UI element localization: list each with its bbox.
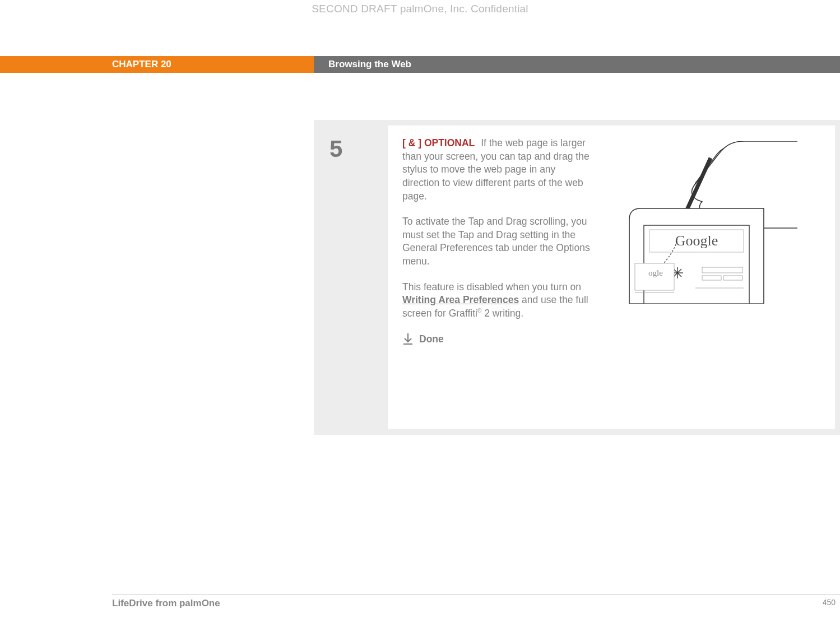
- done-arrow-icon: [402, 333, 414, 345]
- step-container: 5 [ & ] OPTIONAL If the web page is larg…: [314, 120, 840, 435]
- page-footer: LifeDrive from palmOne 450: [112, 594, 840, 609]
- step-paragraph-1: [ & ] OPTIONAL If the web page is larger…: [402, 137, 593, 203]
- optional-tag: [ & ] OPTIONAL: [402, 137, 475, 148]
- chapter-title: Browsing the Web: [314, 56, 840, 73]
- done-row: Done: [402, 333, 593, 346]
- chapter-number: CHAPTER 20: [0, 56, 314, 73]
- illustration-column: Google ogle: [593, 137, 823, 415]
- step-paragraph-2: To activate the Tap and Drag scrolling, …: [402, 215, 593, 268]
- writing-area-preferences-link[interactable]: Writing Area Preferences: [402, 294, 519, 305]
- step-panel: [ & ] OPTIONAL If the web page is larger…: [388, 126, 835, 429]
- step-number-column: 5: [314, 126, 388, 429]
- step-number: 5: [329, 136, 388, 162]
- step-text: [ & ] OPTIONAL If the web page is larger…: [402, 137, 593, 415]
- done-label: Done: [419, 333, 444, 346]
- para3-c: 2 writing.: [481, 308, 523, 319]
- google-logo-text: Google: [675, 233, 718, 249]
- footer-product: LifeDrive from palmOne: [112, 598, 220, 609]
- device-stylus-illustration: Google ogle: [618, 141, 797, 304]
- footer-page-number: 450: [823, 598, 840, 609]
- confidential-header: SECOND DRAFT palmOne, Inc. Confidential: [0, 3, 840, 15]
- chapter-bar: CHAPTER 20 Browsing the Web: [0, 56, 840, 73]
- step-paragraph-3: This feature is disabled when you turn o…: [402, 281, 593, 321]
- google-logo-small: ogle: [648, 268, 663, 277]
- para3-a: This feature is disabled when you turn o…: [402, 281, 581, 292]
